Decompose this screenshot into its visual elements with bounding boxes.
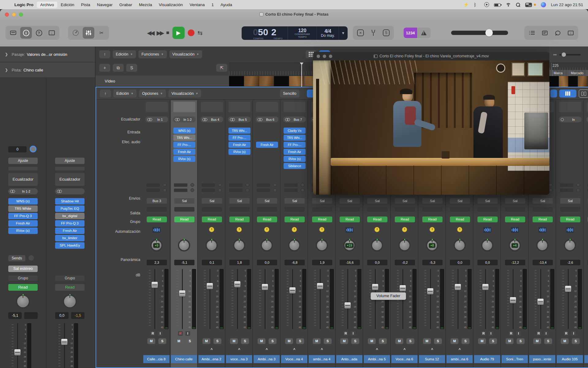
automation-read-button[interactable]: Read <box>450 217 470 222</box>
send-slot[interactable] <box>229 183 250 187</box>
mixer-view-split-button[interactable] <box>579 90 588 98</box>
plugin-tr5-whi-[interactable]: TR5 Whi... <box>284 135 306 141</box>
fader-cap[interactable] <box>400 285 406 291</box>
group-slot[interactable] <box>450 207 470 212</box>
solo-button[interactable]: S <box>462 338 469 344</box>
channel-fader[interactable]: 03691215202530354045 <box>340 269 362 329</box>
mute-button[interactable]: M <box>450 338 458 344</box>
automation-read-button[interactable]: Read <box>367 217 387 222</box>
db-value[interactable]: 0,0 <box>450 260 470 265</box>
fader-cap[interactable] <box>262 284 268 290</box>
mixer-mode-all[interactable] <box>550 90 557 98</box>
pending-automation-icon[interactable] <box>375 227 380 232</box>
wifi-icon[interactable] <box>506 3 511 7</box>
mute-button[interactable]: M <box>175 338 183 344</box>
automation-wave-icon[interactable] <box>153 227 160 233</box>
fader-cap[interactable] <box>455 284 461 290</box>
group-slot[interactable] <box>533 207 553 212</box>
pan-knob[interactable] <box>261 239 273 251</box>
send-slot[interactable] <box>202 188 222 192</box>
fader-cap[interactable] <box>234 281 240 287</box>
duplicate-track-button[interactable]: ⧉ <box>113 64 124 72</box>
automation-read-button[interactable]: Read <box>505 217 525 222</box>
eq-display[interactable] <box>146 102 168 112</box>
output-button[interactable]: Sal <box>340 198 360 204</box>
db-value[interactable]: -16,6 <box>340 260 360 265</box>
input-monitor-button[interactable]: I <box>544 331 548 336</box>
output-button[interactable]: Sal <box>285 198 305 204</box>
mute-button[interactable]: M <box>258 338 266 344</box>
group-slot[interactable] <box>477 207 498 212</box>
record-enable-button[interactable]: R <box>178 331 183 336</box>
automation-read-button[interactable]: Read <box>229 217 250 222</box>
fader-cap[interactable] <box>537 299 544 305</box>
input-button[interactable]: Bus 6 <box>256 117 278 122</box>
mute-button[interactable]: M <box>561 338 569 344</box>
plugin-tr5-whi-[interactable]: TR5 Whi... <box>228 128 251 134</box>
pan-knob[interactable] <box>233 239 245 251</box>
solo-button[interactable]: S <box>434 338 442 344</box>
plugin-wns-s-[interactable]: WNS (s) <box>8 198 38 205</box>
fader-cap[interactable] <box>152 282 158 288</box>
now-playing-icon[interactable] <box>484 2 489 7</box>
strip-collapse-chevron[interactable]: ^ <box>376 347 378 352</box>
plugin-bx-limiter[interactable]: bx_limiter <box>55 235 85 241</box>
automation-wave-icon[interactable] <box>566 227 574 233</box>
output-button[interactable]: Bus 3 <box>147 198 167 204</box>
setting-button[interactable]: Ajuste <box>8 158 38 164</box>
send-slot[interactable] <box>146 188 167 192</box>
menu-item-ayuda[interactable]: Ayuda <box>217 2 236 8</box>
lcd-display[interactable]: 050 2 COMPÁS TIEMPO 120 CONSERVAR TEMPO … <box>242 26 348 40</box>
db-value[interactable]: -5,3 <box>422 260 443 265</box>
plugin-fresh-air[interactable]: Fresh Air <box>228 142 251 148</box>
channel-fader[interactable]: 03691215202530354045 <box>506 269 527 329</box>
master-volume-slider[interactable] <box>451 31 508 35</box>
fader-cap[interactable] <box>482 284 488 290</box>
pan-knob[interactable] <box>205 239 218 251</box>
fader-cap[interactable] <box>179 290 185 297</box>
fader-cap[interactable] <box>61 339 67 345</box>
eq-display[interactable] <box>201 102 223 112</box>
solo-button[interactable]: S <box>489 338 497 344</box>
plugin-wns-s-[interactable]: WNS (s) <box>173 128 195 134</box>
track-name[interactable]: paso...iente <box>529 355 556 363</box>
menu-item-mezcla[interactable]: Mezcla <box>136 2 156 8</box>
output-button[interactable]: Sal <box>312 198 332 204</box>
group-slot[interactable] <box>505 207 525 212</box>
solo-button[interactable]: S <box>324 338 332 344</box>
automation-read-button[interactable]: Read <box>312 217 332 222</box>
playhead[interactable] <box>301 63 302 87</box>
group-slot[interactable] <box>174 207 194 212</box>
output-button[interactable]: Sal <box>395 198 415 204</box>
output-button[interactable]: Sal <box>422 198 443 204</box>
channel-fader[interactable]: 03691215202530354045 <box>57 323 83 368</box>
strip-collapse-chevron[interactable]: ^ <box>238 347 240 352</box>
pan-knob[interactable] <box>63 294 77 309</box>
plugin-tr5-whi-[interactable]: TR5 Whi... <box>173 135 195 141</box>
record-enable-button[interactable]: R <box>343 331 348 336</box>
zoom-slider[interactable] <box>559 54 581 56</box>
input-button[interactable] <box>586 117 588 122</box>
tracks-menu-view[interactable]: Visualización▼ <box>169 50 202 58</box>
gain-knob[interactable] <box>30 146 36 152</box>
output-button[interactable]: Sal <box>257 198 277 204</box>
fader-cap[interactable] <box>317 283 323 289</box>
send-slot[interactable] <box>174 188 195 192</box>
eq-display[interactable] <box>256 102 278 112</box>
input-monitor-button[interactable]: I <box>185 331 190 336</box>
bar-ruler-right[interactable]: 225 <box>549 63 588 70</box>
strip-collapse-chevron[interactable]: ^ <box>293 347 295 352</box>
sends-button[interactable]: Sends <box>8 255 25 261</box>
inspector-toggle-button[interactable]: i <box>20 27 32 39</box>
region-inspector-header[interactable]: ❯Pasaje:Valores de...or omisión <box>0 47 95 62</box>
metronome-button[interactable] <box>417 28 431 38</box>
output-button[interactable]: Sal <box>505 198 525 204</box>
pending-automation-icon[interactable] <box>457 227 462 232</box>
send-slot[interactable] <box>146 183 167 187</box>
db-value[interactable]: 0,0 <box>257 260 277 265</box>
solo-button[interactable]: S <box>186 338 194 344</box>
plugin-sibilance[interactable]: Sibilance <box>284 163 306 169</box>
cycle-loop-button[interactable]: ⇆ <box>198 29 203 36</box>
strip-collapse-chevron[interactable]: ^ <box>431 347 433 352</box>
db-value[interactable]: -0,2 <box>395 260 415 265</box>
